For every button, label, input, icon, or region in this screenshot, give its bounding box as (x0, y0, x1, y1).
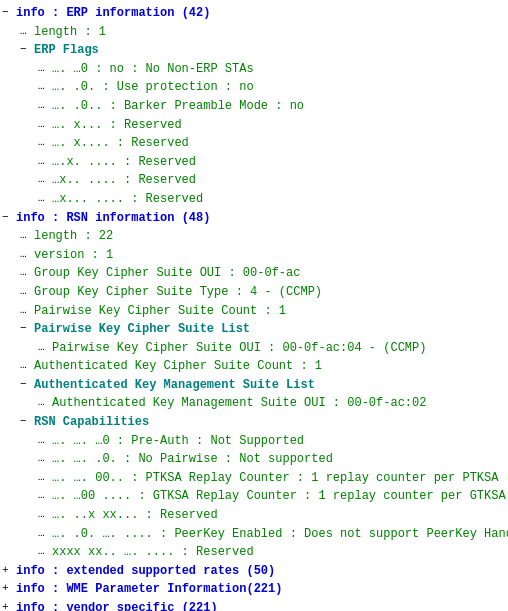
toggle-rsn-gkcs-oui: … (20, 264, 32, 281)
label-rsn-length: length : 22 (34, 227, 113, 246)
tree-node-erp-flag-3: ……. x... : Reserved (2, 116, 506, 135)
label-rsn-caps: RSN Capabilities (34, 413, 149, 432)
label-erp-flag-3: …. x... : Reserved (52, 116, 182, 135)
toggle-rsn-gkcs-type: … (20, 283, 32, 300)
label-rsn-gkcs-type: Group Key Cipher Suite Type : 4 - (CCMP) (34, 283, 322, 302)
toggle-rsn-cap-1: … (38, 450, 50, 467)
tree-node-erp-flag-6: ……x.. .... : Reserved (2, 171, 506, 190)
label-rsn-pkcs-list: Pairwise Key Cipher Suite List (34, 320, 250, 339)
toggle-erp-flag-3: … (38, 116, 50, 133)
label-erp-flag-1: …. .0. : Use protection : no (52, 78, 254, 97)
tree-node-rsn-cap-4: ……. ..x xx... : Reserved (2, 506, 506, 525)
toggle-rsn-akms-list[interactable]: − (20, 376, 32, 393)
toggle-erp-flag-1: … (38, 78, 50, 95)
toggle-erp-info[interactable]: − (2, 4, 14, 21)
label-rsn-pkcs-count: Pairwise Key Cipher Suite Count : 1 (34, 302, 286, 321)
label-rsn-cap-6: xxxx xx.. …. .... : Reserved (52, 543, 254, 562)
tree-node-rsn-akms-count: …Authenticated Key Cipher Suite Count : … (2, 357, 506, 376)
toggle-rsn-cap-2: … (38, 469, 50, 486)
label-rsn-cap-0: …. …. …0 : Pre-Auth : Not Supported (52, 432, 304, 451)
label-erp-length: length : 1 (34, 23, 106, 42)
tree-node-rsn-version: …version : 1 (2, 246, 506, 265)
toggle-erp-flag-5: … (38, 153, 50, 170)
tree-node-rsn-gkcs-oui: …Group Key Cipher Suite OUI : 00-0f-ac (2, 264, 506, 283)
tree-node-erp-flag-2: ……. .0.. : Barker Preamble Mode : no (2, 97, 506, 116)
toggle-rsn-cap-0: … (38, 432, 50, 449)
label-erp-flag-7: …x... .... : Reserved (52, 190, 203, 209)
tree-node-rsn-length: …length : 22 (2, 227, 506, 246)
toggle-vendor-info: + (2, 599, 14, 611)
label-rsn-version: version : 1 (34, 246, 113, 265)
tree-node-wme-info: +info : WME Parameter Information(221) (2, 580, 506, 599)
label-erp-flags: ERP Flags (34, 41, 99, 60)
toggle-rsn-cap-5: … (38, 525, 50, 542)
toggle-rsn-pkcs-count: … (20, 302, 32, 319)
toggle-erp-flag-2: … (38, 97, 50, 114)
toggle-rsn-version: … (20, 246, 32, 263)
toggle-erp-flag-6: … (38, 171, 50, 188)
label-rsn-cap-3: …. …00 .... : GTKSA Replay Counter : 1 r… (52, 487, 506, 506)
children-erp-flags: ……. …0 : no : No Non-ERP STAs……. .0. : U… (2, 60, 506, 209)
label-erp-info: info : ERP information (42) (16, 4, 210, 23)
toggle-rsn-akms-oui: … (38, 394, 50, 411)
label-rsn-akms-count: Authenticated Key Cipher Suite Count : 1 (34, 357, 322, 376)
tree-node-rsn-cap-3: ……. …00 .... : GTKSA Replay Counter : 1 … (2, 487, 506, 506)
tree-node-ext-rates: +info : extended supported rates (50) (2, 562, 506, 581)
tree-node-rsn-cap-1: ……. …. .0. : No Pairwise : Not supported (2, 450, 506, 469)
label-wme-info: info : WME Parameter Information(221) (16, 580, 282, 599)
label-rsn-info: info : RSN information (48) (16, 209, 210, 228)
label-erp-flag-2: …. .0.. : Barker Preamble Mode : no (52, 97, 304, 116)
tree-node-erp-flags: −ERP Flags……. …0 : no : No Non-ERP STAs…… (2, 41, 506, 208)
tree-node-vendor-info: +info : vendor specific (221) (2, 599, 506, 611)
tree-node-erp-flag-0: ……. …0 : no : No Non-ERP STAs (2, 60, 506, 79)
toggle-rsn-cap-3: … (38, 487, 50, 504)
toggle-rsn-cap-6: … (38, 543, 50, 560)
tree-node-erp-flag-7: ……x... .... : Reserved (2, 190, 506, 209)
tree-node-rsn-gkcs-type: …Group Key Cipher Suite Type : 4 - (CCMP… (2, 283, 506, 302)
children-rsn-info: …length : 22…version : 1…Group Key Ciphe… (2, 227, 506, 562)
tree-node-erp-flag-4: ……. x.... : Reserved (2, 134, 506, 153)
toggle-erp-flags[interactable]: − (20, 41, 32, 58)
label-rsn-cap-2: …. …. 00.. : PTKSA Replay Counter : 1 re… (52, 469, 498, 488)
label-rsn-cap-1: …. …. .0. : No Pairwise : Not supported (52, 450, 333, 469)
tree-node-rsn-cap-2: ……. …. 00.. : PTKSA Replay Counter : 1 r… (2, 469, 506, 488)
label-rsn-akms-list: Authenticated Key Management Suite List (34, 376, 315, 395)
children-erp-info: …length : 1−ERP Flags……. …0 : no : No No… (2, 23, 506, 209)
toggle-rsn-length: … (20, 227, 32, 244)
tree-node-rsn-akms-list: −Authenticated Key Management Suite List… (2, 376, 506, 413)
toggle-rsn-pkcs-oui: … (38, 339, 50, 356)
children-rsn-pkcs-list: …Pairwise Key Cipher Suite OUI : 00-0f-a… (2, 339, 506, 358)
tree-node-rsn-info: −info : RSN information (48)…length : 22… (2, 209, 506, 562)
toggle-rsn-pkcs-list[interactable]: − (20, 320, 32, 337)
toggle-erp-flag-4: … (38, 134, 50, 151)
tree-node-erp-flag-1: ……. .0. : Use protection : no (2, 78, 506, 97)
toggle-rsn-akms-count: … (20, 357, 32, 374)
toggle-rsn-cap-4: … (38, 506, 50, 523)
tree-node-rsn-cap-5: ……. .0. …. .... : PeerKey Enabled : Does… (2, 525, 506, 544)
tree-node-erp-flag-5: …….x. .... : Reserved (2, 153, 506, 172)
children-rsn-akms-list: …Authenticated Key Management Suite OUI … (2, 394, 506, 413)
label-rsn-cap-5: …. .0. …. .... : PeerKey Enabled : Does … (52, 525, 508, 544)
label-rsn-akms-oui: Authenticated Key Management Suite OUI :… (52, 394, 426, 413)
tree-node-erp-length: …length : 1 (2, 23, 506, 42)
label-erp-flag-6: …x.. .... : Reserved (52, 171, 196, 190)
label-rsn-cap-4: …. ..x xx... : Reserved (52, 506, 218, 525)
toggle-rsn-info[interactable]: − (2, 209, 14, 226)
label-vendor-info: info : vendor specific (221) (16, 599, 218, 611)
tree-node-rsn-cap-0: ……. …. …0 : Pre-Auth : Not Supported (2, 432, 506, 451)
label-erp-flag-4: …. x.... : Reserved (52, 134, 189, 153)
tree-node-rsn-akms-oui: …Authenticated Key Management Suite OUI … (2, 394, 506, 413)
tree-node-rsn-caps: −RSN Capabilities……. …. …0 : Pre-Auth : … (2, 413, 506, 562)
label-erp-flag-5: ….x. .... : Reserved (52, 153, 196, 172)
label-rsn-gkcs-oui: Group Key Cipher Suite OUI : 00-0f-ac (34, 264, 300, 283)
toggle-erp-flag-0: … (38, 60, 50, 77)
label-erp-flag-0: …. …0 : no : No Non-ERP STAs (52, 60, 254, 79)
children-rsn-caps: ……. …. …0 : Pre-Auth : Not Supported……. … (2, 432, 506, 562)
tree-node-rsn-cap-6: …xxxx xx.. …. .... : Reserved (2, 543, 506, 562)
tree-node-rsn-pkcs-count: …Pairwise Key Cipher Suite Count : 1 (2, 302, 506, 321)
toggle-rsn-caps[interactable]: − (20, 413, 32, 430)
label-ext-rates: info : extended supported rates (50) (16, 562, 275, 581)
toggle-erp-flag-7: … (38, 190, 50, 207)
tree-node-rsn-pkcs-oui: …Pairwise Key Cipher Suite OUI : 00-0f-a… (2, 339, 506, 358)
tree-node-erp-info: −info : ERP information (42)…length : 1−… (2, 4, 506, 209)
